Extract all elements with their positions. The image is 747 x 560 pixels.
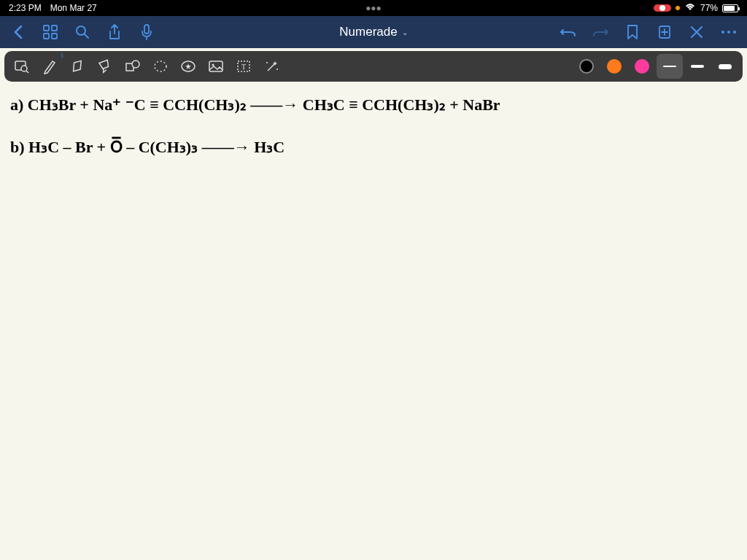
svg-rect-22 (209, 61, 222, 71)
multitask-dots-icon[interactable]: ●●● (365, 3, 382, 13)
status-date: Mon Mar 27 (50, 3, 97, 13)
undo-button[interactable] (560, 24, 576, 40)
med-line-icon (691, 65, 704, 68)
nav-bar: Numerade ⌄ (0, 16, 747, 48)
thin-line-icon (663, 66, 676, 67)
doc-title: Numerade (339, 25, 397, 39)
battery-percent: 77% (700, 3, 718, 13)
shapes-tool[interactable] (120, 54, 146, 79)
svg-rect-2 (44, 34, 49, 39)
bluetooth-badge-icon: ᛒ (61, 52, 64, 59)
favorite-tool[interactable] (175, 54, 201, 79)
stroke-thick-button[interactable] (712, 54, 738, 79)
svg-point-16 (21, 66, 27, 71)
status-left: 2:23 PM Mon Mar 27 (9, 3, 97, 13)
battery-icon (722, 4, 738, 12)
screen-recording-indicator[interactable] (654, 4, 671, 12)
svg-point-13 (727, 31, 730, 34)
magic-tool[interactable] (258, 54, 285, 79)
svg-point-28 (276, 69, 278, 70)
svg-point-20 (155, 61, 166, 71)
chevron-down-icon: ⌄ (402, 28, 408, 36)
status-right: 77% (654, 3, 738, 14)
zoom-tool[interactable] (9, 54, 35, 79)
record-dot-icon (659, 5, 665, 11)
highlighter-tool[interactable] (92, 54, 118, 79)
svg-point-14 (733, 31, 736, 34)
svg-text:T: T (241, 63, 246, 71)
close-icon[interactable] (689, 24, 705, 40)
mic-icon[interactable] (139, 24, 155, 40)
eraser-tool[interactable] (64, 54, 90, 79)
svg-line-5 (85, 34, 88, 38)
search-icon[interactable] (74, 24, 90, 40)
wifi-icon (684, 3, 696, 14)
back-button[interactable] (10, 24, 26, 40)
drawing-canvas[interactable]: a) CH₃Br + Na⁺ ⁻C ≡ CCH(CH₃)₂ ——→ CH₃C ≡… (0, 85, 747, 560)
stroke-thin-button[interactable] (657, 54, 683, 79)
status-bar: 2:23 PM Mon Mar 27 ●●● 77% (0, 0, 747, 16)
lasso-tool[interactable] (147, 54, 174, 79)
redo-button[interactable] (592, 24, 608, 40)
stroke-med-button[interactable] (684, 54, 711, 79)
image-tool[interactable] (203, 54, 229, 79)
more-icon[interactable] (721, 24, 737, 40)
text-tool[interactable]: T (231, 54, 257, 79)
pink-swatch-icon (635, 59, 649, 74)
svg-point-27 (266, 62, 268, 63)
svg-rect-0 (44, 26, 49, 31)
share-icon[interactable] (107, 24, 123, 40)
svg-point-12 (721, 31, 724, 34)
color-pink-button[interactable] (629, 54, 655, 79)
color-orange-button[interactable] (601, 54, 627, 79)
add-page-icon[interactable] (657, 24, 673, 40)
handwriting-line-a: a) CH₃Br + Na⁺ ⁻C ≡ CCH(CH₃)₂ ——→ CH₃C ≡… (10, 95, 500, 116)
bookmark-icon[interactable] (624, 24, 640, 40)
svg-rect-3 (52, 34, 57, 39)
svg-rect-6 (144, 25, 149, 34)
handwriting-line-b: b) H₃C – Br + O̅ – C(CH₃)₃ ——→ H₃C (10, 137, 285, 158)
svg-point-19 (132, 61, 139, 68)
svg-line-26 (268, 63, 275, 71)
doc-title-button[interactable]: Numerade ⌄ (339, 25, 407, 39)
svg-point-4 (77, 26, 85, 35)
status-time: 2:23 PM (9, 3, 42, 13)
svg-line-17 (26, 71, 28, 73)
orange-swatch-icon (607, 59, 622, 74)
pen-tool[interactable]: ᛒ (36, 54, 63, 79)
thick-line-icon (719, 64, 732, 69)
color-black-button[interactable] (573, 54, 600, 79)
drawing-toolbar: ᛒ T (4, 51, 743, 82)
svg-rect-1 (52, 26, 57, 31)
mic-indicator-icon (676, 6, 680, 10)
grid-icon[interactable] (42, 24, 58, 40)
black-swatch-icon (579, 59, 594, 74)
svg-point-23 (212, 64, 214, 66)
